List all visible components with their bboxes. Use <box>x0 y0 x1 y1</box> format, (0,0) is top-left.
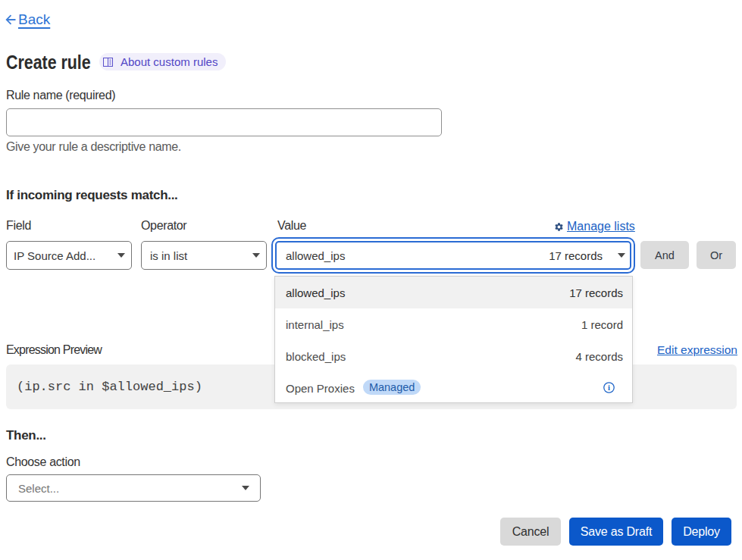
svg-text:i: i <box>608 383 610 392</box>
